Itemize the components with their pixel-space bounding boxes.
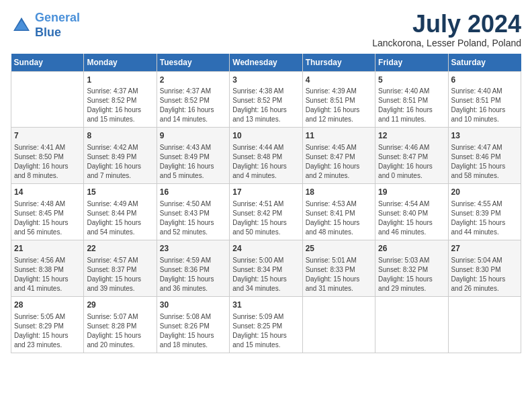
day-info: Sunrise: 4:54 AM Sunset: 8:40 PM Dayligh… bbox=[378, 199, 445, 237]
day-cell: 2Sunrise: 4:37 AM Sunset: 8:52 PM Daylig… bbox=[157, 71, 229, 128]
week-row-5: 28Sunrise: 5:05 AM Sunset: 8:29 PM Dayli… bbox=[11, 296, 521, 353]
day-info: Sunrise: 4:47 AM Sunset: 8:46 PM Dayligh… bbox=[451, 143, 518, 181]
day-info: Sunrise: 4:50 AM Sunset: 8:43 PM Dayligh… bbox=[160, 199, 226, 237]
day-info: Sunrise: 4:37 AM Sunset: 8:52 PM Dayligh… bbox=[160, 87, 226, 124]
day-number: 3 bbox=[232, 75, 299, 86]
day-cell: 4Sunrise: 4:39 AM Sunset: 8:51 PM Daylig… bbox=[302, 71, 375, 128]
day-number: 26 bbox=[378, 243, 445, 255]
day-number: 18 bbox=[306, 187, 372, 198]
day-cell: 21Sunrise: 4:56 AM Sunset: 8:38 PM Dayli… bbox=[11, 240, 84, 296]
day-info: Sunrise: 4:39 AM Sunset: 8:51 PM Dayligh… bbox=[306, 87, 372, 124]
day-info: Sunrise: 4:53 AM Sunset: 8:41 PM Dayligh… bbox=[306, 199, 372, 237]
day-info: Sunrise: 4:55 AM Sunset: 8:39 PM Dayligh… bbox=[451, 199, 518, 237]
day-number: 30 bbox=[160, 300, 226, 311]
day-number: 1 bbox=[87, 75, 153, 86]
day-cell: 15Sunrise: 4:49 AM Sunset: 8:44 PM Dayli… bbox=[84, 184, 157, 240]
day-info: Sunrise: 5:05 AM Sunset: 8:29 PM Dayligh… bbox=[14, 312, 81, 350]
day-cell: 23Sunrise: 4:59 AM Sunset: 8:36 PM Dayli… bbox=[157, 240, 229, 296]
week-row-4: 21Sunrise: 4:56 AM Sunset: 8:38 PM Dayli… bbox=[11, 240, 521, 296]
day-cell: 11Sunrise: 4:45 AM Sunset: 8:47 PM Dayli… bbox=[302, 128, 375, 184]
day-number: 7 bbox=[14, 130, 81, 142]
day-cell: 20Sunrise: 4:55 AM Sunset: 8:39 PM Dayli… bbox=[448, 184, 521, 240]
day-cell: 28Sunrise: 5:05 AM Sunset: 8:29 PM Dayli… bbox=[11, 296, 84, 353]
day-number: 15 bbox=[87, 187, 153, 198]
day-cell: 14Sunrise: 4:48 AM Sunset: 8:45 PM Dayli… bbox=[11, 184, 84, 240]
col-header-saturday: Saturday bbox=[448, 54, 521, 72]
day-cell: 6Sunrise: 4:40 AM Sunset: 8:51 PM Daylig… bbox=[448, 71, 521, 128]
day-info: Sunrise: 4:43 AM Sunset: 8:49 PM Dayligh… bbox=[160, 143, 226, 181]
day-cell: 3Sunrise: 4:38 AM Sunset: 8:52 PM Daylig… bbox=[230, 71, 302, 128]
day-number: 2 bbox=[160, 75, 226, 86]
day-cell: 8Sunrise: 4:42 AM Sunset: 8:49 PM Daylig… bbox=[84, 128, 157, 184]
day-cell: 30Sunrise: 5:08 AM Sunset: 8:26 PM Dayli… bbox=[157, 296, 229, 353]
header-row: SundayMondayTuesdayWednesdayThursdayFrid… bbox=[11, 54, 521, 72]
day-number: 22 bbox=[87, 243, 153, 255]
day-number: 27 bbox=[451, 243, 518, 255]
day-cell bbox=[11, 71, 84, 128]
day-number: 8 bbox=[87, 130, 153, 142]
day-number: 23 bbox=[160, 243, 226, 255]
day-cell: 7Sunrise: 4:41 AM Sunset: 8:50 PM Daylig… bbox=[11, 128, 84, 184]
day-info: Sunrise: 4:41 AM Sunset: 8:50 PM Dayligh… bbox=[14, 143, 81, 181]
day-number: 21 bbox=[14, 243, 81, 255]
day-info: Sunrise: 4:40 AM Sunset: 8:51 PM Dayligh… bbox=[378, 87, 445, 124]
location: Lanckorona, Lesser Poland, Poland bbox=[372, 38, 521, 48]
day-cell: 16Sunrise: 4:50 AM Sunset: 8:43 PM Dayli… bbox=[157, 184, 229, 240]
logo-icon bbox=[11, 15, 32, 36]
week-row-2: 7Sunrise: 4:41 AM Sunset: 8:50 PM Daylig… bbox=[11, 128, 521, 184]
day-number: 12 bbox=[378, 130, 445, 142]
col-header-wednesday: Wednesday bbox=[230, 54, 302, 72]
col-header-friday: Friday bbox=[375, 54, 448, 72]
day-number: 16 bbox=[160, 187, 226, 198]
day-info: Sunrise: 4:37 AM Sunset: 8:52 PM Dayligh… bbox=[87, 87, 153, 124]
day-info: Sunrise: 4:44 AM Sunset: 8:48 PM Dayligh… bbox=[232, 143, 299, 181]
day-info: Sunrise: 5:00 AM Sunset: 8:34 PM Dayligh… bbox=[232, 256, 299, 293]
day-cell: 18Sunrise: 4:53 AM Sunset: 8:41 PM Dayli… bbox=[302, 184, 375, 240]
day-cell bbox=[448, 296, 521, 353]
day-cell: 25Sunrise: 5:01 AM Sunset: 8:33 PM Dayli… bbox=[302, 240, 375, 296]
day-info: Sunrise: 4:59 AM Sunset: 8:36 PM Dayligh… bbox=[160, 256, 226, 293]
day-info: Sunrise: 4:57 AM Sunset: 8:37 PM Dayligh… bbox=[87, 256, 153, 293]
day-number: 19 bbox=[378, 187, 445, 198]
day-number: 29 bbox=[87, 300, 153, 311]
day-number: 6 bbox=[451, 75, 518, 86]
day-number: 24 bbox=[232, 243, 299, 255]
day-info: Sunrise: 4:38 AM Sunset: 8:52 PM Dayligh… bbox=[232, 87, 299, 124]
day-number: 11 bbox=[306, 130, 372, 142]
week-row-3: 14Sunrise: 4:48 AM Sunset: 8:45 PM Dayli… bbox=[11, 184, 521, 240]
day-number: 31 bbox=[232, 300, 299, 311]
day-number: 14 bbox=[14, 187, 81, 198]
day-cell: 12Sunrise: 4:46 AM Sunset: 8:47 PM Dayli… bbox=[375, 128, 448, 184]
day-cell: 31Sunrise: 5:09 AM Sunset: 8:25 PM Dayli… bbox=[230, 296, 302, 353]
day-info: Sunrise: 4:49 AM Sunset: 8:44 PM Dayligh… bbox=[87, 199, 153, 237]
day-info: Sunrise: 4:40 AM Sunset: 8:51 PM Dayligh… bbox=[451, 87, 518, 124]
day-number: 4 bbox=[306, 75, 372, 86]
day-info: Sunrise: 5:01 AM Sunset: 8:33 PM Dayligh… bbox=[306, 256, 372, 293]
day-info: Sunrise: 4:46 AM Sunset: 8:47 PM Dayligh… bbox=[378, 143, 445, 181]
day-cell: 13Sunrise: 4:47 AM Sunset: 8:46 PM Dayli… bbox=[448, 128, 521, 184]
day-cell: 10Sunrise: 4:44 AM Sunset: 8:48 PM Dayli… bbox=[230, 128, 302, 184]
col-header-monday: Monday bbox=[84, 54, 157, 72]
day-cell: 17Sunrise: 4:51 AM Sunset: 8:42 PM Dayli… bbox=[230, 184, 302, 240]
calendar-table: SundayMondayTuesdayWednesdayThursdayFrid… bbox=[11, 54, 521, 353]
day-info: Sunrise: 5:03 AM Sunset: 8:32 PM Dayligh… bbox=[378, 256, 445, 293]
day-info: Sunrise: 5:09 AM Sunset: 8:25 PM Dayligh… bbox=[232, 312, 299, 350]
col-header-sunday: Sunday bbox=[11, 54, 84, 72]
day-info: Sunrise: 5:08 AM Sunset: 8:26 PM Dayligh… bbox=[160, 312, 226, 350]
day-info: Sunrise: 5:07 AM Sunset: 8:28 PM Dayligh… bbox=[87, 312, 153, 350]
week-row-1: 1Sunrise: 4:37 AM Sunset: 8:52 PM Daylig… bbox=[11, 71, 521, 128]
day-cell: 24Sunrise: 5:00 AM Sunset: 8:34 PM Dayli… bbox=[230, 240, 302, 296]
day-info: Sunrise: 5:04 AM Sunset: 8:30 PM Dayligh… bbox=[451, 256, 518, 293]
day-info: Sunrise: 4:56 AM Sunset: 8:38 PM Dayligh… bbox=[14, 256, 81, 293]
day-number: 20 bbox=[451, 187, 518, 198]
day-cell: 26Sunrise: 5:03 AM Sunset: 8:32 PM Dayli… bbox=[375, 240, 448, 296]
day-cell: 1Sunrise: 4:37 AM Sunset: 8:52 PM Daylig… bbox=[84, 71, 157, 128]
day-number: 9 bbox=[160, 130, 226, 142]
day-cell: 27Sunrise: 5:04 AM Sunset: 8:30 PM Dayli… bbox=[448, 240, 521, 296]
day-cell: 29Sunrise: 5:07 AM Sunset: 8:28 PM Dayli… bbox=[84, 296, 157, 353]
month-title: July 2024 bbox=[372, 11, 521, 38]
day-number: 5 bbox=[378, 75, 445, 86]
day-info: Sunrise: 4:45 AM Sunset: 8:47 PM Dayligh… bbox=[306, 143, 372, 181]
col-header-thursday: Thursday bbox=[302, 54, 375, 72]
title-block: July 2024 Lanckorona, Lesser Poland, Pol… bbox=[372, 11, 521, 48]
